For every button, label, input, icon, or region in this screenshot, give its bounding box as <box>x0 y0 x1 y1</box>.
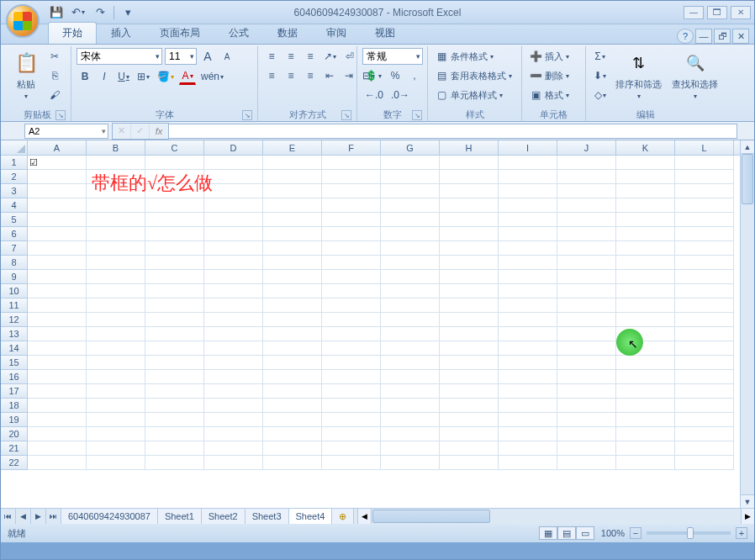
cell[interactable] <box>263 227 322 241</box>
col-e[interactable]: E <box>263 140 322 155</box>
cell[interactable] <box>499 170 557 184</box>
cell[interactable] <box>322 427 381 441</box>
cell[interactable] <box>675 198 734 213</box>
cell[interactable] <box>204 170 263 184</box>
cell[interactable] <box>675 413 734 427</box>
cell[interactable] <box>263 256 322 270</box>
cell[interactable] <box>87 441 145 456</box>
cell[interactable] <box>616 241 675 256</box>
cell[interactable] <box>145 356 204 370</box>
view-page-layout[interactable]: ▤ <box>557 526 576 540</box>
cell[interactable] <box>322 356 381 370</box>
row-19[interactable]: 19 <box>1 413 28 427</box>
cell[interactable] <box>87 156 145 170</box>
cell[interactable] <box>204 156 263 170</box>
cell[interactable] <box>557 384 616 399</box>
cell[interactable] <box>499 427 557 441</box>
cell[interactable] <box>440 184 499 198</box>
cell[interactable] <box>263 270 322 284</box>
doc-close[interactable]: ✕ <box>732 29 749 44</box>
tab-page-layout[interactable]: 页面布局 <box>145 22 214 44</box>
sheet-tab-4[interactable]: Sheet4 <box>289 509 333 524</box>
cell[interactable] <box>87 227 145 241</box>
cell[interactable] <box>204 298 263 313</box>
cell[interactable] <box>145 270 204 284</box>
cell[interactable] <box>381 413 440 427</box>
number-format-combo[interactable]: 常规 <box>362 48 423 65</box>
cell[interactable] <box>616 370 675 384</box>
row-11[interactable]: 11 <box>1 298 28 313</box>
help-button[interactable]: ? <box>677 29 694 44</box>
cell[interactable] <box>499 284 557 298</box>
cell[interactable] <box>616 384 675 399</box>
cell[interactable] <box>499 156 557 170</box>
cell[interactable] <box>87 413 145 427</box>
cell[interactable] <box>87 399 145 413</box>
cell[interactable] <box>263 384 322 399</box>
scroll-right[interactable]: ▶ <box>741 509 754 524</box>
cell[interactable] <box>675 384 734 399</box>
find-select[interactable]: 🔍 查找和选择▾ <box>668 48 721 102</box>
redo-button[interactable]: ↷ <box>92 4 108 21</box>
cell[interactable] <box>616 456 675 470</box>
scroll-down[interactable]: ▼ <box>741 494 754 508</box>
cell[interactable] <box>616 284 675 298</box>
cell[interactable] <box>557 213 616 227</box>
cell[interactable] <box>616 198 675 213</box>
cell[interactable] <box>675 298 734 313</box>
cell[interactable] <box>675 227 734 241</box>
cell[interactable] <box>145 341 204 356</box>
tab-home[interactable]: 开始 <box>48 22 97 44</box>
cell[interactable] <box>28 399 87 413</box>
cell[interactable] <box>28 256 87 270</box>
cell[interactable] <box>28 241 87 256</box>
cell[interactable] <box>499 198 557 213</box>
scroll-left[interactable]: ◀ <box>358 509 372 524</box>
cell[interactable] <box>499 298 557 313</box>
cell[interactable] <box>675 256 734 270</box>
cell[interactable] <box>440 284 499 298</box>
currency-button[interactable]: 💲 <box>362 67 384 84</box>
cell[interactable] <box>322 213 381 227</box>
cell[interactable] <box>675 327 734 341</box>
cell[interactable] <box>87 198 145 213</box>
cell[interactable] <box>616 441 675 456</box>
cell[interactable] <box>381 256 440 270</box>
cell[interactable] <box>499 370 557 384</box>
doc-restore[interactable]: 🗗 <box>714 29 731 44</box>
cell[interactable] <box>28 170 87 184</box>
cell[interactable] <box>263 427 322 441</box>
font-launcher[interactable]: ↘ <box>242 110 252 120</box>
cell[interactable] <box>499 184 557 198</box>
new-sheet[interactable]: ⊕ <box>332 509 354 524</box>
cell[interactable] <box>499 270 557 284</box>
cell[interactable] <box>263 341 322 356</box>
cell[interactable] <box>616 256 675 270</box>
row-3[interactable]: 3 <box>1 184 28 198</box>
cell[interactable] <box>557 399 616 413</box>
cell[interactable] <box>440 456 499 470</box>
decrease-decimal[interactable]: .0→ <box>388 87 412 103</box>
cell[interactable] <box>557 327 616 341</box>
sheet-tab-3[interactable]: Sheet3 <box>246 509 289 524</box>
cell[interactable] <box>263 313 322 327</box>
cell[interactable] <box>263 413 322 427</box>
tab-view[interactable]: 视图 <box>361 22 409 44</box>
cell[interactable] <box>322 456 381 470</box>
row-16[interactable]: 16 <box>1 370 28 384</box>
cell[interactable] <box>616 213 675 227</box>
cell[interactable] <box>440 441 499 456</box>
sheet-tab-1[interactable]: Sheet1 <box>158 509 202 524</box>
cell[interactable] <box>263 456 322 470</box>
cell[interactable] <box>28 313 87 327</box>
col-g[interactable]: G <box>381 140 440 155</box>
tab-review[interactable]: 审阅 <box>312 22 361 44</box>
cell[interactable] <box>675 456 734 470</box>
cell[interactable] <box>440 227 499 241</box>
cancel-formula[interactable]: ✕ <box>113 124 131 139</box>
col-b[interactable]: B <box>87 140 145 155</box>
cell[interactable] <box>381 384 440 399</box>
format-painter[interactable]: 🖌 <box>46 87 63 103</box>
cell[interactable] <box>557 198 616 213</box>
row-5[interactable]: 5 <box>1 213 28 227</box>
